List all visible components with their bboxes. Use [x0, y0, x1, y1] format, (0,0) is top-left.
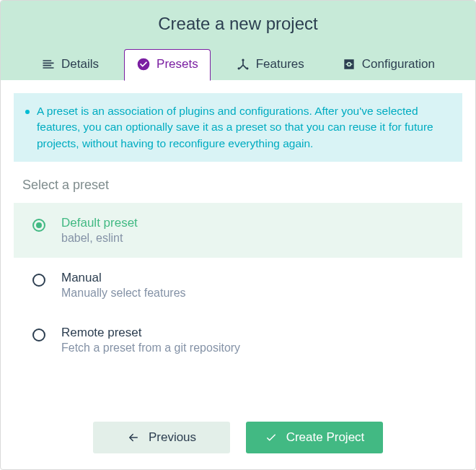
check-circle-icon: [136, 57, 151, 71]
content-area: A preset is an association of plugins an…: [1, 80, 475, 469]
section-heading: Select a preset: [22, 178, 462, 193]
tab-label: Features: [256, 57, 304, 71]
tab-label: Configuration: [362, 57, 435, 71]
hub-icon: [236, 57, 250, 71]
option-subtitle: Fetch a preset from a git repository: [61, 341, 240, 354]
footer-actions: Previous Create Project: [14, 407, 462, 469]
create-project-button[interactable]: Create Project: [246, 422, 383, 453]
option-body: Remote preset Fetch a preset from a git …: [61, 326, 240, 354]
radio-icon: [32, 274, 45, 287]
info-bullet-icon: [25, 110, 30, 114]
subject-icon: [41, 57, 56, 71]
info-text: A preset is an association of plugins an…: [37, 103, 451, 152]
radio-icon: [32, 328, 45, 341]
arrow-left-icon: [127, 431, 140, 444]
tab-presets[interactable]: Presets: [124, 49, 211, 81]
option-title: Remote preset: [61, 326, 240, 340]
preset-option-remote[interactable]: Remote preset Fetch a preset from a git …: [14, 313, 462, 367]
tab-configuration[interactable]: Configuration: [330, 49, 447, 81]
preset-option-default[interactable]: Default preset babel, eslint: [14, 203, 462, 258]
option-title: Default preset: [61, 216, 138, 230]
button-label: Previous: [149, 430, 196, 445]
option-body: Default preset babel, eslint: [61, 216, 138, 245]
tab-label: Details: [61, 57, 99, 71]
tab-features[interactable]: Features: [224, 49, 317, 81]
tabs: Details Presets Features Configuration: [1, 48, 475, 80]
check-icon: [265, 431, 278, 444]
option-body: Manual Manually select features: [61, 271, 186, 300]
option-title: Manual: [61, 271, 186, 285]
header-area: Create a new project Details Presets Fea…: [1, 1, 475, 80]
button-label: Create Project: [286, 430, 365, 445]
page-title: Create a new project: [1, 14, 475, 34]
tab-details[interactable]: Details: [29, 49, 111, 81]
info-banner: A preset is an association of plugins an…: [14, 93, 462, 162]
option-subtitle: babel, eslint: [61, 232, 138, 245]
preset-option-manual[interactable]: Manual Manually select features: [14, 258, 462, 313]
tab-label: Presets: [157, 57, 198, 71]
option-subtitle: Manually select features: [61, 287, 186, 300]
previous-button[interactable]: Previous: [93, 422, 230, 453]
radio-icon: [32, 219, 45, 232]
settings-applications-icon: [342, 57, 356, 71]
